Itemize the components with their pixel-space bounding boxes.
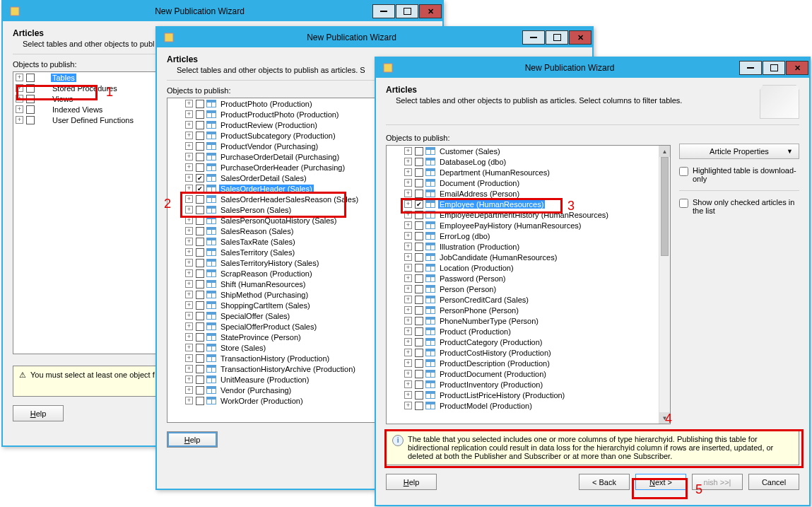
checkbox[interactable]	[196, 163, 204, 172]
checkbox[interactable]	[415, 264, 423, 272]
tree-node[interactable]: +ProductCategory (Production)	[402, 337, 659, 347]
objects-tree[interactable]: +Customer (Sales)+DatabaseLog (dbo)+Depa…	[386, 145, 671, 424]
expander-icon[interactable]: +	[404, 147, 412, 155]
expander-icon[interactable]: +	[16, 105, 23, 113]
checkbox[interactable]	[415, 158, 423, 166]
checkbox[interactable]	[196, 132, 204, 140]
checkbox[interactable]	[415, 253, 423, 262]
expander-icon[interactable]: +	[185, 375, 193, 383]
expander-icon[interactable]: +	[404, 306, 412, 314]
tree-node[interactable]: +JobCandidate (HumanResources)	[402, 252, 659, 262]
maximize-button[interactable]	[763, 61, 785, 75]
tree-node[interactable]: +Customer (Sales)	[402, 146, 659, 156]
tree-node[interactable]: +ProductDocument (Production)	[402, 368, 659, 379]
expander-icon[interactable]: +	[185, 142, 193, 150]
expander-icon[interactable]: +	[185, 365, 193, 373]
next-button[interactable]: Next >	[635, 474, 686, 490]
expander-icon[interactable]: +	[404, 158, 412, 165]
tree-node[interactable]: +Illustration (Production)	[402, 241, 659, 252]
tree-node[interactable]: +Product (Production)	[402, 326, 659, 337]
expander-icon[interactable]: +	[185, 195, 193, 203]
checkbox[interactable]	[415, 338, 423, 346]
tree-node[interactable]: +Person (Person)	[402, 284, 659, 294]
expander-icon[interactable]: +	[16, 116, 23, 124]
maximize-button[interactable]	[546, 30, 568, 45]
checkbox[interactable]	[415, 274, 423, 283]
expander-icon[interactable]: +	[185, 132, 193, 139]
expander-icon[interactable]: +	[404, 221, 412, 229]
checkbox[interactable]	[196, 110, 204, 119]
expander-icon[interactable]: +	[404, 338, 412, 346]
tree-node[interactable]: +ProductCostHistory (Production)	[402, 347, 659, 358]
tree-node[interactable]: +EmailAddress (Person)	[402, 188, 659, 199]
checkbox[interactable]	[196, 195, 204, 204]
checkbox[interactable]	[196, 386, 204, 395]
checkbox[interactable]	[196, 365, 204, 373]
expander-icon[interactable]: +	[404, 359, 412, 367]
expander-icon[interactable]: +	[16, 95, 23, 103]
checkbox[interactable]	[196, 248, 204, 257]
expander-icon[interactable]: +	[185, 397, 193, 404]
expander-icon[interactable]: +	[16, 74, 23, 81]
expander-icon[interactable]: +	[404, 296, 412, 303]
tree-node[interactable]: +Document (Production)	[402, 177, 659, 188]
expander-icon[interactable]: +	[185, 121, 193, 129]
expander-icon[interactable]: +	[185, 312, 193, 320]
checkbox[interactable]	[415, 243, 423, 251]
tree-node[interactable]: +DatabaseLog (dbo)	[402, 156, 659, 167]
back-button[interactable]: < Back	[579, 474, 630, 490]
tree-node[interactable]: +PersonCreditCard (Sales)	[402, 294, 659, 305]
expander-icon[interactable]: +	[404, 380, 412, 388]
article-properties-dropdown[interactable]: Article Properties▼	[679, 144, 799, 159]
expander-icon[interactable]: +	[185, 386, 193, 394]
checkbox[interactable]	[196, 312, 204, 320]
expander-icon[interactable]: +	[404, 327, 412, 335]
expander-icon[interactable]: +	[185, 100, 193, 107]
expander-icon[interactable]: +	[404, 190, 412, 197]
tree-node[interactable]: +ProductModel (Production)	[402, 400, 659, 411]
checkbox[interactable]	[415, 317, 423, 325]
tree-node[interactable]: +EmployeePayHistory (HumanResources)	[402, 220, 659, 231]
checkbox[interactable]	[196, 100, 204, 108]
tree-node[interactable]: +Location (Production)	[402, 262, 659, 273]
minimize-button[interactable]	[372, 4, 395, 18]
checkbox[interactable]	[415, 402, 423, 410]
checkbox[interactable]	[196, 174, 204, 182]
checkbox[interactable]	[196, 238, 204, 246]
checkbox[interactable]	[196, 397, 204, 405]
checkbox[interactable]	[196, 227, 204, 235]
highlighted-download-only-checkbox[interactable]: Highlighted table is download-only	[679, 166, 799, 183]
expander-icon[interactable]: +	[185, 174, 193, 182]
checkbox[interactable]	[415, 327, 423, 336]
checkbox[interactable]	[196, 206, 204, 214]
checkbox[interactable]	[26, 116, 35, 124]
tree-node[interactable]: +Department (HumanResources)	[402, 167, 659, 177]
expander-icon[interactable]: +	[404, 243, 412, 250]
expander-icon[interactable]: +	[185, 291, 193, 298]
help-button[interactable]: Help	[13, 405, 64, 421]
checkbox[interactable]	[415, 349, 423, 357]
checkbox[interactable]	[196, 121, 204, 129]
help-button[interactable]: Help	[167, 431, 218, 448]
checkbox[interactable]	[415, 168, 423, 177]
checkbox[interactable]	[415, 306, 423, 315]
checkbox[interactable]	[415, 200, 423, 209]
expander-icon[interactable]: +	[185, 110, 193, 118]
tree-node[interactable]: +EmployeeDepartmentHistory (HumanResourc…	[402, 209, 659, 220]
checkbox[interactable]	[196, 280, 204, 289]
close-button[interactable]	[419, 4, 442, 18]
expander-icon[interactable]: +	[404, 253, 412, 261]
tree-node[interactable]: +Employee (HumanResources)	[402, 199, 659, 209]
tree-node[interactable]: +PhoneNumberType (Person)	[402, 315, 659, 326]
checkbox[interactable]	[26, 105, 35, 114]
tree-node[interactable]: +ProductInventory (Production)	[402, 379, 659, 390]
checkbox[interactable]	[196, 142, 204, 151]
tree-node[interactable]: +ProductListPriceHistory (Production)	[402, 390, 659, 400]
maximize-button[interactable]	[396, 4, 418, 18]
expander-icon[interactable]: +	[404, 370, 412, 378]
scroll-up-button[interactable]: ▲	[659, 146, 670, 157]
scrollbar[interactable]: ▲▼	[659, 146, 670, 424]
expander-icon[interactable]: +	[185, 227, 193, 235]
checkbox[interactable]	[196, 153, 204, 161]
checkbox[interactable]	[415, 285, 423, 293]
